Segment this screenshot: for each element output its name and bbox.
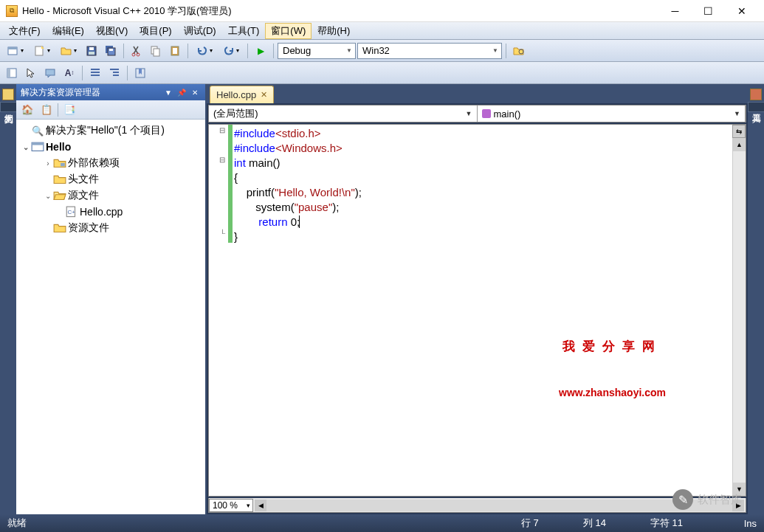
find-in-files-button[interactable] — [510, 42, 528, 60]
menu-edit[interactable]: 编辑(E) — [47, 23, 90, 39]
scope-combo[interactable]: (全局范围) — [209, 106, 478, 122]
page-badge: ✎ 软件智库 — [672, 489, 742, 510]
bookmark-button[interactable] — [131, 64, 149, 82]
title-bar: ⧉ Hello - Microsoft Visual C++ 2010 学习版(… — [0, 0, 764, 22]
folder-ref-icon — [53, 157, 66, 169]
editor-tab-hello[interactable]: Hello.cpp ✕ — [210, 86, 274, 103]
toolbox-icon — [750, 89, 762, 100]
panel-dropdown-button[interactable]: ▼ — [162, 86, 174, 98]
menu-window[interactable]: 窗口(W) — [265, 23, 312, 39]
status-ready: 就绪 — [7, 517, 27, 530]
menu-view[interactable]: 视图(V) — [90, 23, 134, 39]
zoom-combo[interactable]: 100 % — [209, 499, 253, 512]
open-button[interactable]: ▾ — [56, 42, 81, 60]
project-label: Hello — [46, 141, 71, 153]
undo-button[interactable]: ▾ — [192, 42, 217, 60]
main-area: 文档大纲 解决方案资源管理器 ▼ 📌 ✕ 🏠 📋 📑 🔍 解决方案"Hello"… — [0, 84, 764, 514]
tree-external[interactable]: › 外部依赖项 — [18, 155, 204, 171]
panel-header[interactable]: 解决方案资源管理器 ▼ 📌 ✕ — [16, 84, 205, 100]
menu-project[interactable]: 项目(P) — [134, 23, 177, 39]
watermark-line1: 我爱分享网 — [559, 339, 666, 354]
folder-icon — [53, 173, 66, 185]
outline-icon — [2, 89, 14, 100]
cut-button[interactable] — [128, 42, 145, 60]
maximize-button[interactable]: ☐ — [692, 1, 725, 21]
svg-rect-8 — [109, 49, 113, 51]
minimize-button[interactable]: ─ — [658, 1, 692, 21]
left-rail: 文档大纲 — [0, 84, 16, 514]
svg-rect-21 — [32, 142, 44, 145]
panel-properties-button[interactable]: 📑 — [61, 102, 78, 118]
fold-gutter[interactable]: ⊟⊟└ — [209, 125, 228, 496]
new-project-button[interactable]: ▾ — [3, 42, 28, 60]
tree-resources[interactable]: 资源文件 — [18, 220, 204, 236]
panel-pin-button[interactable]: 📌 — [176, 86, 187, 98]
font-size-button[interactable]: A↕ — [61, 64, 78, 82]
status-bar: 就绪 行 7 列 14 字符 11 Ins — [0, 514, 764, 532]
toggle-view-button[interactable] — [3, 64, 21, 82]
tree-solution-root[interactable]: 🔍 解决方案"Hello"(1 个项目) — [18, 122, 204, 139]
svg-rect-22 — [61, 163, 65, 167]
panel-refresh-button[interactable]: 📋 — [38, 102, 55, 118]
add-item-button[interactable]: ▾ — [30, 42, 55, 60]
svg-rect-12 — [154, 49, 159, 56]
select-element-button[interactable] — [22, 64, 40, 82]
comment-button[interactable] — [41, 64, 59, 82]
resources-label: 资源文件 — [68, 221, 109, 235]
menu-bar: 文件(F) 编辑(E) 视图(V) 项目(P) 调试(D) 工具(T) 窗口(W… — [0, 22, 764, 40]
platform-combo[interactable]: Win32 — [357, 43, 502, 59]
tree-sources[interactable]: ⌄ 源文件 — [18, 187, 204, 204]
menu-debug[interactable]: 调试(D) — [178, 23, 222, 39]
badge-icon: ✎ — [672, 489, 693, 510]
split-toggle-button[interactable]: ⇆ — [732, 125, 746, 138]
editor-nav: (全局范围) main() — [208, 105, 746, 122]
indent-right-button[interactable] — [106, 64, 123, 82]
svg-rect-18 — [46, 69, 55, 75]
menu-file[interactable]: 文件(F) — [3, 23, 47, 39]
editor-tabs: Hello.cpp ✕ — [207, 84, 748, 103]
watermark-line2: www.zhanshaoyi.com — [559, 385, 666, 400]
editor-footer: 100 % ◀▶ — [208, 498, 746, 513]
solution-icon: 🔍 — [31, 125, 44, 137]
toolbar-text: A↕ — [0, 62, 764, 84]
indent-left-button[interactable] — [86, 64, 104, 82]
save-button[interactable] — [83, 42, 100, 60]
start-debug-button[interactable]: ▶ — [252, 42, 269, 60]
headers-label: 头文件 — [68, 173, 99, 186]
solution-tree[interactable]: 🔍 解决方案"Hello"(1 个项目) ⌄ Hello › 外部依赖项 头文件… — [16, 120, 205, 514]
panel-close-button[interactable]: ✕ — [189, 86, 201, 98]
menu-tools[interactable]: 工具(T) — [222, 23, 266, 39]
vertical-scrollbar[interactable]: ▲▼ — [732, 138, 746, 496]
badge-text: 软件智库 — [698, 493, 742, 507]
status-col: 列 14 — [583, 517, 606, 530]
external-label: 外部依赖项 — [68, 156, 120, 170]
close-button[interactable]: ✕ — [725, 1, 758, 21]
horizontal-scrollbar[interactable]: ◀▶ — [255, 500, 744, 511]
status-char: 字符 11 — [650, 517, 683, 530]
cpp-file-icon: C+ — [65, 206, 78, 218]
left-rail-tab[interactable]: 文档大纲 — [0, 102, 17, 112]
tree-project[interactable]: ⌄ Hello — [18, 139, 204, 155]
tree-headers[interactable]: 头文件 — [18, 171, 204, 187]
panel-title: 解决方案资源管理器 — [21, 86, 100, 99]
redo-button[interactable]: ▾ — [218, 42, 244, 60]
svg-rect-4 — [89, 47, 94, 50]
member-combo[interactable]: main() — [478, 106, 746, 122]
folder-icon — [53, 222, 66, 234]
panel-home-button[interactable]: 🏠 — [19, 102, 35, 118]
project-icon — [31, 141, 44, 153]
code-editor[interactable]: #include<stdio.h> #include<Windows.h> in… — [233, 125, 732, 496]
window-title: Hello - Microsoft Visual C++ 2010 学习版(管理… — [22, 4, 658, 18]
right-rail-tab[interactable]: 工具箱 — [748, 102, 765, 112]
status-line: 行 7 — [521, 517, 539, 530]
toolbar-main: ▾ ▾ ▾ ▾ ▾ ▶ Debug Win32 — [0, 40, 764, 62]
file-label: Hello.cpp — [80, 206, 123, 218]
save-all-button[interactable] — [102, 42, 120, 60]
paste-button[interactable] — [166, 42, 184, 60]
svg-rect-5 — [89, 52, 94, 55]
tab-close-button[interactable]: ✕ — [261, 90, 267, 100]
copy-button[interactable] — [147, 42, 165, 60]
config-combo[interactable]: Debug — [278, 43, 356, 59]
menu-help[interactable]: 帮助(H) — [312, 23, 356, 39]
tree-file-hello[interactable]: C+ Hello.cpp — [18, 204, 204, 220]
